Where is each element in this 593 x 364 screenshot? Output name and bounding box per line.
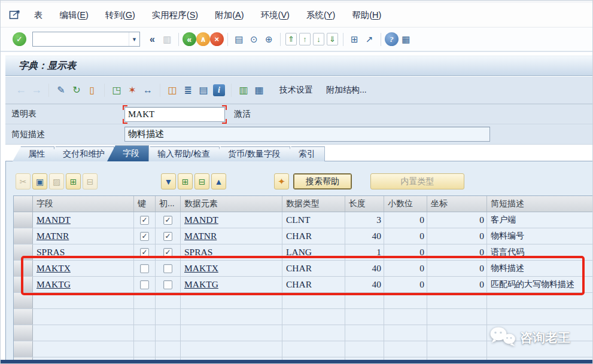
sort-fields-icon[interactable]: ▲: [211, 173, 226, 189]
column-header[interactable]: 数据类型: [282, 196, 345, 212]
tab-item[interactable]: 属性: [13, 146, 54, 161]
key-checkbox[interactable]: ✓: [140, 216, 149, 225]
technical-settings-button[interactable]: 技术设置: [279, 85, 313, 96]
enter-icon[interactable]: ✓: [13, 32, 26, 46]
short-description-field[interactable]: [124, 127, 490, 142]
copy-rows-icon[interactable]: ▣: [32, 173, 47, 189]
data-element-cell[interactable]: MAKTG: [181, 277, 282, 292]
column-header[interactable]: 小数位: [384, 196, 427, 212]
field-name-cell[interactable]: MANDT: [33, 212, 134, 228]
insert-row-icon[interactable]: ⊞: [66, 173, 81, 189]
column-header[interactable]: 简短描述: [487, 196, 593, 212]
field-name-cell[interactable]: MAKTX: [33, 261, 134, 276]
forward-nav-icon[interactable]: →: [29, 83, 44, 97]
field-name-cell[interactable]: SPRAS: [33, 244, 134, 260]
initial-checkbox[interactable]: ✓: [163, 216, 172, 225]
command-dropdown-icon[interactable]: ▼: [129, 32, 139, 46]
info-icon[interactable]: i: [213, 84, 225, 96]
table-name-field[interactable]: [124, 107, 225, 122]
insert-field-icon[interactable]: ⊞: [178, 173, 193, 189]
display-change-icon[interactable]: ✎: [54, 83, 68, 97]
key-icon[interactable]: ✦: [274, 173, 289, 189]
system-menu-icon[interactable]: [9, 8, 25, 22]
initial-checkbox[interactable]: [163, 264, 172, 273]
paste-rows-icon[interactable]: ▨: [49, 173, 64, 189]
new-session-icon[interactable]: ⊞: [347, 32, 362, 47]
menu-item[interactable]: 系统(Y): [306, 10, 335, 21]
row-selector[interactable]: [14, 228, 33, 244]
page-down-icon[interactable]: ↓: [313, 33, 324, 45]
menu-item[interactable]: 帮助(H): [352, 10, 381, 21]
customize-layout-icon[interactable]: ▦: [399, 32, 413, 47]
sort-icon[interactable]: ≣: [181, 83, 195, 97]
create-shortcut-icon[interactable]: ↗: [362, 32, 377, 47]
row-selector[interactable]: [14, 341, 33, 357]
key-checkbox[interactable]: [140, 264, 149, 273]
row-selector[interactable]: [14, 244, 33, 260]
field-name-cell[interactable]: MATNR: [33, 228, 134, 244]
key-checkbox[interactable]: [140, 280, 149, 289]
command-input[interactable]: [33, 33, 129, 45]
row-selector[interactable]: [14, 293, 33, 308]
row-selector[interactable]: [14, 212, 33, 228]
column-header[interactable]: 数据元素: [181, 196, 282, 212]
move-field-icon[interactable]: ◳: [110, 83, 124, 97]
menu-item[interactable]: 表: [34, 10, 43, 21]
menu-item[interactable]: 附加(A): [215, 10, 244, 21]
delete-row-icon[interactable]: ⊟: [83, 173, 98, 189]
exit-icon[interactable]: ×: [210, 32, 224, 46]
tab-item[interactable]: 交付和维护: [47, 146, 114, 161]
row-selector[interactable]: [14, 325, 33, 341]
help-icon[interactable]: ?: [385, 32, 399, 46]
column-header[interactable]: 坐标: [427, 196, 487, 212]
data-element-cell[interactable]: MANDT: [181, 212, 282, 228]
row-selector[interactable]: [14, 309, 33, 325]
up-icon[interactable]: ∧: [196, 32, 210, 46]
table-view-icon[interactable]: ▦: [252, 83, 266, 97]
initial-checkbox[interactable]: ✓: [163, 232, 172, 241]
initial-checkbox[interactable]: ✓: [163, 248, 172, 257]
find-icon[interactable]: ⊙: [247, 32, 261, 47]
cut-icon[interactable]: ✂: [16, 173, 31, 189]
data-element-cell[interactable]: MATNR: [181, 228, 282, 244]
field-name-cell[interactable]: MAKTG: [33, 277, 134, 292]
column-header[interactable]: 键: [134, 196, 156, 212]
save-icon[interactable]: ▥: [160, 32, 175, 47]
table-contents-icon[interactable]: ▤: [196, 83, 211, 97]
collapse-toolbar-icon[interactable]: «: [150, 34, 155, 45]
print-icon[interactable]: ▤: [232, 32, 247, 47]
column-header[interactable]: 初...: [156, 196, 181, 212]
hierarchy-icon[interactable]: ◫: [165, 83, 180, 97]
column-header[interactable]: 长度: [345, 196, 384, 212]
menu-item[interactable]: 实用程序(S): [152, 10, 198, 21]
find-next-icon[interactable]: ⊕: [261, 32, 276, 47]
first-page-icon[interactable]: ⇑: [285, 33, 297, 45]
append-structure-button[interactable]: 附加结构...: [326, 85, 367, 96]
column-header[interactable]: 字段: [33, 196, 134, 212]
row-selector[interactable]: [14, 277, 33, 292]
data-element-cell[interactable]: SPRAS: [181, 244, 282, 260]
delete-field-icon[interactable]: ⊟: [194, 173, 209, 189]
field-layout-icon[interactable]: ▥: [236, 83, 251, 97]
menu-item[interactable]: 转到(G): [105, 10, 135, 21]
search-help-button[interactable]: 搜索帮助: [293, 173, 352, 189]
tab-item[interactable]: 货币/数量字段: [212, 146, 290, 161]
menu-item[interactable]: 环境(V): [261, 10, 290, 21]
last-page-icon[interactable]: ⇓: [327, 33, 338, 45]
filter-icon[interactable]: ▼: [161, 173, 176, 189]
refresh-icon[interactable]: ↻: [69, 83, 84, 97]
key-checkbox[interactable]: ✓: [140, 232, 149, 241]
menu-item[interactable]: 编辑(E): [60, 10, 89, 21]
back-icon[interactable]: «: [183, 32, 196, 46]
tab-item[interactable]: 输入帮助/检查: [142, 146, 220, 161]
where-used-icon[interactable]: ↔: [141, 83, 155, 97]
row-selector[interactable]: [14, 261, 33, 276]
page-up-icon[interactable]: ↑: [299, 33, 311, 45]
data-element-cell[interactable]: MAKTX: [181, 261, 282, 276]
builtin-type-button[interactable]: 内置类型: [370, 173, 464, 189]
key-checkbox[interactable]: ✓: [140, 248, 149, 257]
copy-icon[interactable]: ▯: [85, 83, 99, 97]
activate-wand-icon[interactable]: ✶: [125, 83, 139, 97]
initial-checkbox[interactable]: [163, 280, 172, 289]
back-nav-icon[interactable]: ←: [14, 83, 28, 97]
